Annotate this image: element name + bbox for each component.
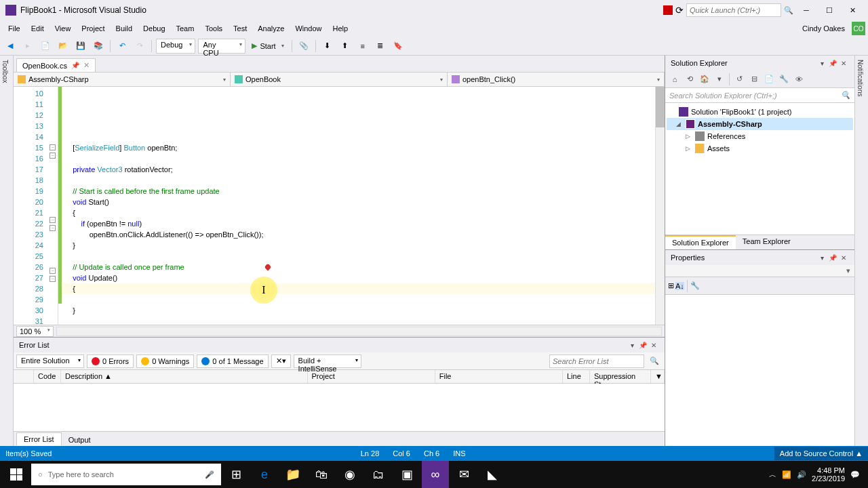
tree-references[interactable]: ▷References <box>667 130 853 142</box>
tree-solution[interactable]: Solution 'FlipBook1' (1 project) <box>667 106 853 118</box>
preview-icon[interactable]: 👁 <box>792 73 806 86</box>
horizontal-scrollbar[interactable] <box>56 327 662 336</box>
user-name[interactable]: Cindy Oakes <box>798 24 849 33</box>
menu-test[interactable]: Test <box>228 22 252 35</box>
mail-icon[interactable]: ✉ <box>450 461 477 488</box>
bookmark-button[interactable]: 🔖 <box>391 39 406 54</box>
mic-icon[interactable]: 🎤 <box>205 470 214 479</box>
start-menu-button[interactable] <box>3 461 30 488</box>
menu-tools[interactable]: Tools <box>199 22 228 35</box>
undo-button[interactable]: ↶ <box>115 39 130 54</box>
clock[interactable]: 4:48 PM 2/23/2019 <box>812 466 845 483</box>
property-pages-icon[interactable]: 🔧 <box>690 281 700 290</box>
edge-icon[interactable]: e <box>251 461 278 488</box>
col-code[interactable]: Code <box>34 370 61 383</box>
col-description[interactable]: Description ▲ <box>61 370 308 383</box>
menu-window[interactable]: Window <box>290 22 327 35</box>
collapse-icon[interactable]: ▾ <box>713 73 726 86</box>
chevron-up-icon[interactable]: ︿ <box>769 470 776 480</box>
source-control-button[interactable]: Add to Source Control ▲ <box>774 447 868 460</box>
task-view-icon[interactable]: ⊞ <box>222 461 250 488</box>
close-button[interactable]: ✕ <box>842 3 863 18</box>
panel-pin-icon[interactable]: 📌 <box>827 252 838 263</box>
volume-icon[interactable]: 🔊 <box>797 470 806 479</box>
col-file[interactable]: File <box>435 370 563 383</box>
close-tab-icon[interactable]: ✕ <box>83 61 90 70</box>
menu-analyze[interactable]: Analyze <box>252 22 290 35</box>
messages-toggle[interactable]: 0 of 1 Message <box>197 354 268 368</box>
app-icon[interactable]: 🗂 <box>365 461 392 488</box>
save-button[interactable]: 💾 <box>73 39 88 54</box>
search-icon[interactable]: 🔍 <box>784 6 793 15</box>
step-into-button[interactable]: ⬇ <box>320 39 335 54</box>
menu-help[interactable]: Help <box>328 22 354 35</box>
menu-debug[interactable]: Debug <box>138 22 170 35</box>
taskbar-search[interactable]: ○ Type here to search 🎤 <box>31 464 221 485</box>
props-body[interactable] <box>665 295 854 446</box>
notifications-icon[interactable]: 💬 <box>850 470 860 479</box>
menu-edit[interactable]: Edit <box>26 22 50 35</box>
filter-button[interactable]: ✕▾ <box>271 354 291 368</box>
categorized-icon[interactable]: ⊞ <box>668 281 674 290</box>
tab-output[interactable]: Output <box>62 434 98 446</box>
zoom-dropdown[interactable]: 100 % <box>16 326 54 337</box>
toolbox-strip[interactable]: Toolbox <box>0 56 14 446</box>
tab-team-explorer[interactable]: Team Explorer <box>736 235 797 249</box>
nav-method[interactable]: openBtn_Click() <box>448 73 665 86</box>
sln-tree[interactable]: Solution 'FlipBook1' (1 project) ◢Assemb… <box>665 103 854 235</box>
app2-icon[interactable]: ▣ <box>393 461 420 488</box>
config-dropdown[interactable]: Debug <box>156 39 195 54</box>
code-content[interactable]: I [SerializeField] Button openBtn; priva… <box>62 87 655 325</box>
platform-dropdown[interactable]: Any CPU <box>198 39 245 54</box>
col-line[interactable]: Line <box>563 370 590 383</box>
sln-search[interactable]: Search Solution Explorer (Ctrl+;) 🔍 <box>665 88 854 103</box>
back-icon[interactable]: ⟲ <box>683 73 696 86</box>
panel-pin-icon[interactable]: 📌 <box>827 58 838 68</box>
user-avatar[interactable]: CO <box>852 22 865 35</box>
nav-class[interactable]: OpenBook <box>231 73 448 86</box>
comment-button[interactable]: ≡ <box>355 39 370 54</box>
explorer-icon[interactable]: 📁 <box>279 461 307 488</box>
step-over-button[interactable]: ⬆ <box>338 39 353 54</box>
tab-openbook[interactable]: OpenBook.cs 📌 ✕ <box>16 58 96 72</box>
new-project-button[interactable]: 📄 <box>38 39 53 54</box>
menu-project[interactable]: Project <box>76 22 110 35</box>
tree-assets[interactable]: ▷Assets <box>667 142 853 155</box>
vs-taskbar-icon[interactable]: ∞ <box>422 461 449 488</box>
menu-build[interactable]: Build <box>111 22 138 35</box>
errorlist-body[interactable] <box>14 384 665 431</box>
maximize-button[interactable]: ☐ <box>819 3 840 18</box>
save-all-button[interactable]: 📚 <box>91 39 106 54</box>
start-button[interactable]: ▶Start <box>248 39 287 54</box>
quicklaunch-input[interactable] <box>686 3 781 17</box>
menu-team[interactable]: Team <box>171 22 200 35</box>
nav-forward-button[interactable]: ▸ <box>20 39 35 54</box>
uncomment-button[interactable]: ≣ <box>373 39 388 54</box>
system-tray[interactable]: ︿ 📶 🔊 4:48 PM 2/23/2019 💬 <box>764 466 865 483</box>
notification-flag-icon[interactable] <box>663 5 673 15</box>
panel-close-icon[interactable]: ✕ <box>838 252 849 263</box>
col-suppression[interactable]: Suppression St... <box>590 370 651 383</box>
editor-body[interactable]: 1011121314151617181920212223242526272829… <box>14 87 665 325</box>
feedback-icon[interactable]: ⟳ <box>675 5 684 16</box>
build-dropdown[interactable]: Build + IntelliSense <box>294 354 361 368</box>
tab-errorlist[interactable]: Error List <box>16 432 62 446</box>
unity-icon[interactable]: ◣ <box>479 461 506 488</box>
panel-pin-icon[interactable]: 📌 <box>637 340 648 350</box>
open-file-button[interactable]: 📂 <box>56 39 71 54</box>
filter-icon[interactable]: ▼ <box>651 370 665 383</box>
tree-project[interactable]: ◢Assembly-CSharp <box>667 118 853 130</box>
wifi-icon[interactable]: 📶 <box>782 470 791 479</box>
props-dropdown[interactable]: ▾ <box>665 265 854 277</box>
chrome-icon[interactable]: ◉ <box>336 461 363 488</box>
panel-dropdown-icon[interactable]: ▾ <box>816 58 827 68</box>
nav-assembly[interactable]: Assembly-CSharp <box>14 73 231 86</box>
sync-icon[interactable]: 🏠 <box>698 73 711 86</box>
alphabetical-icon[interactable]: A↓ <box>675 282 684 290</box>
errors-toggle[interactable]: 0 Errors <box>87 354 134 368</box>
minimize-button[interactable]: ─ <box>796 3 816 18</box>
errorlist-search[interactable] <box>549 354 644 368</box>
properties-icon[interactable]: 🔧 <box>777 73 791 86</box>
panel-close-icon[interactable]: ✕ <box>648 340 659 350</box>
panel-close-icon[interactable]: ✕ <box>838 58 849 68</box>
